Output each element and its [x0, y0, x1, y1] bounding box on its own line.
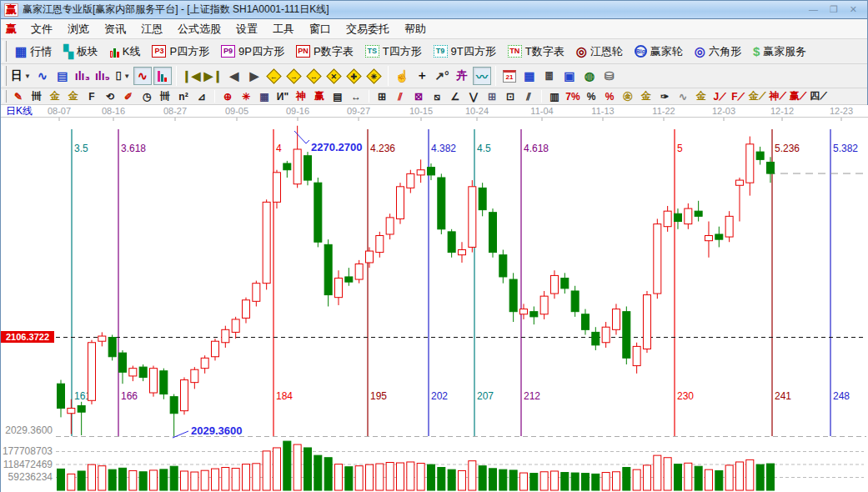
- toolbar-gripper[interactable]: [3, 90, 7, 103]
- spiral-tool[interactable]: ⟲: [102, 89, 118, 104]
- gann-box-tool[interactable]: ⊞: [374, 89, 390, 104]
- n-squared-tool[interactable]: n²: [175, 89, 192, 104]
- shift-right-button[interactable]: →: [285, 67, 304, 85]
- fan-tool[interactable]: ⫽: [392, 89, 409, 104]
- fib-f-tool[interactable]: F: [83, 89, 100, 104]
- calendar-button[interactable]: 21: [500, 67, 519, 85]
- bars9-button[interactable]: ılı₉: [93, 67, 112, 85]
- kline-button[interactable]: K线: [104, 42, 147, 62]
- starburst-tool[interactable]: ✳: [238, 89, 254, 104]
- wave-mark-tool[interactable]: И": [274, 89, 291, 104]
- ying-angle-tool[interactable]: 赢⟋: [789, 89, 807, 104]
- trade-cart-button[interactable]: ⛁: [600, 67, 619, 85]
- gold-line-tool[interactable]: 金: [47, 89, 63, 104]
- p-square-button[interactable]: P3P四方形: [146, 42, 215, 62]
- nine-t-square-button[interactable]: T99T四方形: [428, 42, 502, 62]
- sectors-button[interactable]: ▚板块: [58, 42, 104, 62]
- next-button[interactable]: ▶: [245, 67, 263, 85]
- menu-item-7[interactable]: 窗口: [302, 20, 339, 38]
- bars-percent-tool[interactable]: ▥: [546, 89, 563, 104]
- angle-line-button[interactable]: ↗°: [433, 67, 451, 85]
- hexagon-button[interactable]: ◎六角形: [689, 42, 747, 62]
- export-button[interactable]: ◍: [580, 67, 599, 85]
- info-doc-button[interactable]: ▤: [53, 67, 72, 85]
- menu-item-3[interactable]: 江恩: [133, 20, 170, 38]
- gann-lines-tool[interactable]: 卌: [28, 89, 45, 104]
- menu-item-9[interactable]: 帮助: [397, 20, 434, 38]
- grid-net-tool[interactable]: ▦: [256, 89, 273, 104]
- flag-tool[interactable]: ⊿: [193, 89, 210, 104]
- j-angle-tool[interactable]: J⟋: [711, 89, 728, 104]
- fan-box-tool[interactable]: ⊠: [410, 89, 427, 104]
- first-page-button[interactable]: ❙◀: [181, 67, 202, 85]
- shen-tool[interactable]: 神: [293, 89, 309, 104]
- fan-square-tool[interactable]: ⧅: [429, 89, 445, 104]
- histogram-button[interactable]: [153, 67, 172, 85]
- f-angle-tool[interactable]: F⟋: [730, 89, 746, 104]
- nine-p-square-button[interactable]: P99P四方形: [215, 42, 290, 62]
- vee-tool[interactable]: ⋁: [465, 89, 482, 104]
- target-tool[interactable]: ⊕: [219, 89, 236, 104]
- zoom-all-button[interactable]: ✳: [365, 67, 384, 85]
- quotes-button[interactable]: ▦行情: [9, 42, 58, 62]
- expand-button[interactable]: ↔: [305, 67, 324, 85]
- candlestick-chart-canvas[interactable]: 日K线08-0708-1608-2709-0509-1609-2710-1510…: [1, 105, 868, 492]
- hash-lines-tool[interactable]: 卌: [157, 89, 173, 104]
- circled-gold-tool[interactable]: ㊎: [620, 89, 636, 104]
- wave-lines-tool[interactable]: ∿: [675, 89, 691, 104]
- cycle-clock-tool[interactable]: ◷: [138, 89, 155, 104]
- gold-rule-tool[interactable]: 金: [638, 89, 655, 104]
- percent-tool[interactable]: %: [583, 89, 600, 104]
- candle-style-selector[interactable]: ⌷▼: [113, 67, 132, 85]
- crosshair-button[interactable]: ＋: [413, 67, 431, 85]
- angle-tool[interactable]: ∠: [447, 89, 464, 104]
- close-button[interactable]: ✕: [850, 4, 857, 15]
- maximize-button[interactable]: ❐: [830, 4, 838, 15]
- menu-item-6[interactable]: 工具: [265, 20, 302, 38]
- boxed-grid-tool[interactable]: ⊡: [502, 89, 519, 104]
- p-number-button[interactable]: PNP数字表: [290, 42, 359, 62]
- candle-pen-tool[interactable]: ✑: [656, 89, 673, 104]
- notepad-button[interactable]: 🗏: [540, 67, 559, 85]
- teal-scribble-button[interactable]: 〰: [473, 67, 491, 85]
- dot-grid-tool[interactable]: ⊞: [484, 89, 500, 104]
- percent-ul-tool[interactable]: %: [601, 89, 618, 104]
- gold-angle-tool[interactable]: 金⟋: [748, 89, 766, 104]
- save-button[interactable]: ▣: [560, 67, 579, 85]
- calculator-button[interactable]: ▦: [520, 67, 539, 85]
- period-selector[interactable]: 日▼: [10, 67, 32, 85]
- winner-wheel-button[interactable]: Big赢家轮: [629, 42, 689, 62]
- parallel-tool[interactable]: ⫽: [520, 89, 537, 104]
- prev-button[interactable]: ◀: [225, 67, 243, 85]
- pen-dots-tool[interactable]: ✐: [120, 89, 137, 104]
- pan-hand-button[interactable]: ☝: [393, 67, 411, 85]
- purple-tool-button[interactable]: 卉: [453, 67, 471, 85]
- four-angle-tool[interactable]: 四⟋: [809, 89, 827, 104]
- gold-line2-tool[interactable]: 金: [65, 89, 82, 104]
- zoom-in-button[interactable]: ✚: [345, 67, 364, 85]
- gold-ul-tool[interactable]: 金: [693, 89, 710, 104]
- t-number-button[interactable]: TNT数字表: [502, 42, 570, 62]
- percent-line-tool[interactable]: 7%: [564, 89, 581, 104]
- menu-item-8[interactable]: 交易委托: [339, 20, 397, 38]
- t-square-button[interactable]: TST四方形: [359, 42, 428, 62]
- winner-service-button[interactable]: $赢家服务: [747, 42, 812, 62]
- menu-item-4[interactable]: 公式选股: [170, 20, 228, 38]
- gann-wheel-button[interactable]: ◎江恩轮: [570, 42, 629, 62]
- measure-tool[interactable]: ↔: [348, 89, 364, 104]
- menu-item-5[interactable]: 设置: [228, 20, 265, 38]
- trend-curve-button[interactable]: ∿: [33, 67, 52, 85]
- minimize-button[interactable]: —: [809, 4, 818, 15]
- ying-tool[interactable]: 赢: [311, 89, 328, 104]
- menu-item-0[interactable]: 文件: [23, 20, 60, 38]
- menu-item-2[interactable]: 资讯: [97, 20, 133, 38]
- toolbar-gripper[interactable]: [3, 66, 7, 86]
- bars3-button[interactable]: ılı₃: [73, 67, 92, 85]
- last-page-button[interactable]: ▶❙: [203, 67, 223, 85]
- red-wave-button[interactable]: ∿: [133, 67, 152, 85]
- toolbar-gripper[interactable]: [3, 41, 7, 62]
- shift-left-button[interactable]: ←: [265, 67, 283, 85]
- shen-angle-tool[interactable]: 神⟋: [768, 89, 786, 104]
- compress-button[interactable]: ✕: [325, 67, 344, 85]
- menu-item-1[interactable]: 浏览: [60, 20, 97, 38]
